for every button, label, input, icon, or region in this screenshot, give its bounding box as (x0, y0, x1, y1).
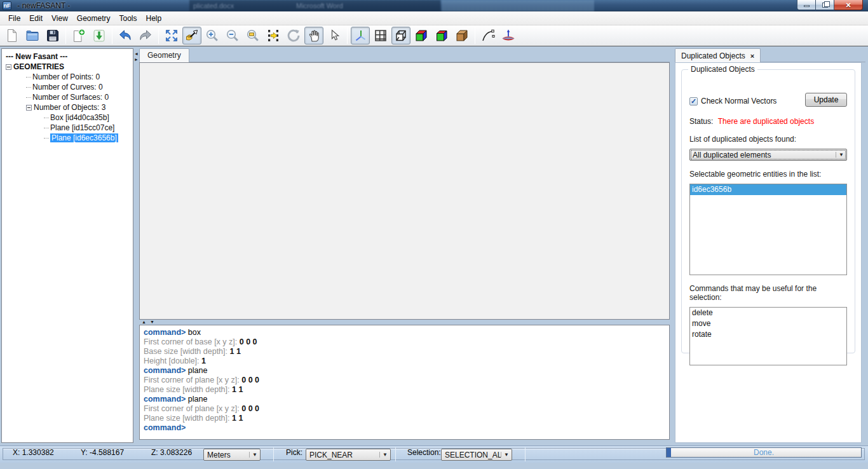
zoom-window-button[interactable] (243, 27, 262, 44)
command-console[interactable]: command> boxFirst corner of base [x y z]… (139, 325, 670, 440)
textured-view-button[interactable] (452, 27, 471, 44)
console-response-label: First corner of plane [x y z]: (144, 376, 241, 384)
menu-item-edit[interactable]: Edit (25, 13, 47, 24)
pick-combobox[interactable]: PICK_NEAR ▼ (306, 449, 391, 461)
splitter-collapse-right-icon[interactable]: ► (134, 57, 139, 62)
pan-button[interactable] (304, 27, 323, 44)
tab-duplicated-objects[interactable]: Duplicated Objects × (675, 48, 761, 62)
chevron-down-icon[interactable]: ▼ (379, 452, 390, 458)
tab-geometry[interactable]: Geometry (139, 48, 189, 62)
show-grid-button[interactable] (371, 27, 390, 44)
new-document-button[interactable] (3, 27, 22, 44)
console-command-text: plane (186, 366, 207, 375)
coordinate-z: Z: 3.083226 (151, 448, 192, 457)
tree-item[interactable]: Plane [id15cc07ce] (2, 123, 133, 133)
commands-listbox[interactable]: deletemoverotate (689, 307, 847, 365)
entities-listbox[interactable]: id6ec3656b (689, 184, 847, 275)
console-prompt: command> (144, 395, 186, 404)
menu-item-geometry[interactable]: Geometry (72, 13, 115, 24)
splitter-collapse-left-icon[interactable]: ◄ (134, 51, 139, 57)
add-geometry-button[interactable] (69, 27, 88, 44)
duplicated-list-label: List of duplicated objects found: (689, 135, 847, 144)
background-window-title: plicated.docx (193, 2, 234, 10)
tree-item-label[interactable]: Number of Points: 0 (32, 72, 100, 81)
console-response-line: Plane size [width depth]: 1 1 (144, 385, 669, 395)
curvature-tool-button[interactable] (478, 27, 498, 44)
tree-item-label[interactable]: Number of Curves: 0 (32, 83, 103, 92)
splitter-collapse-down-icon[interactable]: ▼ (150, 320, 154, 325)
minimize-button[interactable] (797, 0, 816, 10)
console-prompt: command> (144, 366, 186, 375)
tree-item-label[interactable]: Box [id4d0ca35b] (50, 113, 109, 122)
tree-item[interactable]: Box [id4d0ca35b] (2, 112, 133, 123)
console-response-line: First corner of plane [x y z]: 0 0 0 (144, 376, 669, 385)
open-file-button[interactable] (23, 27, 42, 44)
normals-tool-icon (501, 28, 516, 43)
check-normal-vectors-checkbox[interactable]: ✓ (689, 97, 698, 105)
console-response-label: Plane size [width depth]: (144, 414, 232, 423)
fit-view-button[interactable] (162, 27, 181, 44)
splitter-collapse-up-icon[interactable]: ▲ (142, 320, 146, 325)
console-prompt: command> (144, 328, 186, 337)
tree-item[interactable]: Number of Curves: 0 (2, 82, 133, 92)
console-response-value: 0 0 0 (240, 337, 257, 346)
textured-view-icon (454, 28, 470, 43)
update-button[interactable]: Update (805, 93, 847, 107)
select-cursor-button[interactable] (325, 27, 344, 44)
chevron-down-icon[interactable]: ▼ (501, 452, 512, 458)
tree-item-label[interactable]: GEOMETRIES (13, 62, 64, 71)
collapse-expander-icon[interactable] (6, 64, 11, 70)
command-list-item[interactable]: delete (690, 308, 846, 318)
chevron-down-icon[interactable]: ▼ (836, 152, 846, 158)
tree-item-label[interactable]: Number of Surfaces: 0 (32, 93, 109, 102)
geometry-canvas[interactable] (139, 62, 670, 320)
units-combobox[interactable]: Meters ▼ (203, 449, 261, 461)
horizontal-splitter[interactable]: ▲ ▼ (139, 320, 670, 325)
tree-item[interactable]: Plane [id6ec3656b] (2, 133, 133, 143)
menu-item-tools[interactable]: Tools (115, 13, 142, 24)
command-list-item[interactable]: move (690, 318, 846, 329)
tree-item[interactable]: GEOMETRIES (2, 62, 133, 72)
tree-item[interactable]: Number of Points: 0 (2, 72, 133, 82)
zoom-window-icon (245, 28, 261, 43)
entity-list-item[interactable]: id6ec3656b (690, 184, 846, 195)
save-button[interactable] (43, 27, 62, 44)
tree-item[interactable]: Number of Surfaces: 0 (2, 92, 133, 102)
rotate-view-button[interactable] (284, 27, 303, 44)
tree-item-label[interactable]: Plane [id15cc07ce] (50, 123, 114, 132)
chevron-down-icon[interactable]: ▼ (249, 452, 260, 458)
tree-item[interactable]: Number of Objects: 3 (2, 102, 133, 112)
coordinate-x: X: 1.330382 (13, 448, 54, 457)
normals-tool-button[interactable] (499, 27, 518, 44)
solid-edges-view-button[interactable] (432, 27, 451, 44)
vertical-splitter[interactable]: ◄ ► (134, 48, 139, 443)
tree-item-label[interactable]: Plane [id6ec3656b] (50, 133, 118, 142)
tree-item[interactable]: --- New Fasant --- (2, 51, 133, 62)
redo-button[interactable] (136, 27, 155, 44)
tree-item-label[interactable]: Number of Objects: 3 (34, 103, 105, 112)
console-command-line: command> box (144, 328, 669, 337)
wireframe-view-button[interactable] (391, 27, 410, 44)
menu-item-help[interactable]: Help (142, 13, 166, 24)
close-button[interactable]: ✕ (834, 0, 863, 10)
zoom-out-button[interactable] (223, 27, 242, 44)
duplicated-elements-combobox[interactable]: All duplicated elements ▼ (689, 149, 847, 161)
collapse-expander-icon[interactable] (26, 105, 32, 111)
undo-button[interactable] (116, 27, 135, 44)
save-icon (45, 28, 60, 43)
tree-item-label[interactable]: --- New Fasant --- (6, 52, 67, 61)
import-geometry-button[interactable] (90, 27, 109, 44)
zoom-model-button[interactable] (182, 27, 201, 44)
swap-view-button[interactable] (264, 27, 283, 44)
tab-close-icon[interactable]: × (750, 53, 754, 59)
menu-item-file[interactable]: File (4, 13, 25, 24)
show-axes-button[interactable] (351, 27, 370, 44)
main-area: --- New Fasant ---GEOMETRIESNumber of Po… (0, 46, 868, 445)
selection-combobox[interactable]: SELECTION_ALL ▼ (441, 449, 512, 461)
command-list-item[interactable]: rotate (690, 329, 846, 340)
title-bar[interactable]: plicated.docx Microsoft Word nF - newFAS… (0, 0, 868, 11)
menu-item-view[interactable]: View (47, 13, 72, 24)
zoom-in-button[interactable] (203, 27, 222, 44)
restore-button[interactable] (816, 0, 834, 10)
solid-view-button[interactable] (412, 27, 431, 44)
